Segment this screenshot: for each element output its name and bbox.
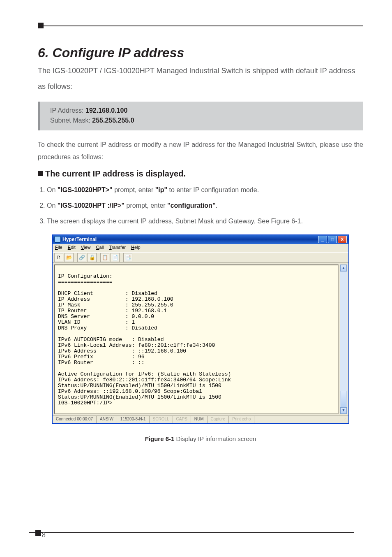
bullet-square-icon: [38, 171, 43, 176]
menu-help[interactable]: Help: [131, 245, 141, 250]
header-rule: [38, 26, 363, 26]
step-1-prompt: "IGS-10020HPT>": [58, 186, 113, 193]
status-printecho: Print echo: [229, 416, 254, 423]
toolbar-send-icon[interactable]: 📋: [100, 253, 109, 262]
toolbar: 🗋 📂 🔗 🔓 📋 📄 📑: [53, 252, 348, 263]
status-scroll: SCROLL: [150, 416, 173, 423]
footer-rule: [29, 532, 354, 533]
window-title: HyperTerminal: [62, 237, 317, 242]
hyperterminal-window: HyperTerminal _ □ X File Edit View Call …: [52, 234, 349, 424]
mask-value: 255.255.255.0: [92, 117, 134, 124]
step-2-text-a: On: [47, 202, 58, 209]
menu-view[interactable]: View: [81, 245, 91, 250]
mask-label: Subnet Mask:: [50, 117, 92, 124]
footer-square-icon: [35, 530, 41, 536]
default-mask-line: Subnet Mask: 255.255.255.0: [50, 116, 353, 125]
default-ip-line: IP Address: 192.168.0.100: [50, 106, 353, 116]
scroll-up-icon[interactable]: ▲: [340, 265, 347, 272]
header-square-icon: [38, 23, 44, 28]
steps-list: On "IGS-10020HPT>" prompt, enter "ip" to…: [38, 183, 363, 229]
toolbar-connect-icon[interactable]: 🔗: [77, 253, 86, 262]
menu-edit[interactable]: Edit: [68, 245, 76, 250]
status-capture: Capture: [208, 416, 229, 423]
maximize-button[interactable]: □: [328, 236, 337, 243]
subheading: The current IP address is displayed.: [38, 169, 363, 179]
step-1-cmd: "ip": [155, 186, 167, 193]
figure-caption-text: Display IP information screen: [174, 435, 256, 442]
status-caps: CAPS: [173, 416, 191, 423]
status-port: 115200-8-N-1: [117, 416, 150, 423]
minimize-button[interactable]: _: [318, 236, 327, 243]
toolbar-properties-icon[interactable]: 📑: [123, 253, 132, 262]
section-title: 6. Configure IP address: [38, 45, 363, 60]
page-content: 6. Configure IP address The IGS-10020PT …: [38, 45, 363, 448]
status-num: NUM: [191, 416, 208, 423]
step-3: The screen displays the current IP addre…: [47, 214, 363, 229]
step-2: On "IGS-10020HPT :/IP>" prompt, enter "c…: [47, 198, 363, 213]
toolbar-open-icon[interactable]: 📂: [65, 253, 74, 262]
page-number: 8: [42, 531, 46, 539]
status-terminal: ANSIW: [97, 416, 117, 423]
procedure-intro: To check the current IP address or modif…: [38, 139, 363, 163]
close-button[interactable]: X: [338, 236, 347, 243]
intro-paragraph: The IGS-10020PT / IGS-10020HPT Managed I…: [38, 63, 363, 94]
step-1: On "IGS-10020HPT>" prompt, enter "ip" to…: [47, 183, 363, 197]
ip-value: 192.168.0.100: [85, 107, 127, 114]
menu-bar: File Edit View Call Transfer Help: [53, 244, 348, 252]
menu-file[interactable]: File: [55, 245, 62, 250]
status-connected: Connected 00:00:07: [53, 416, 97, 423]
step-1-text-a: On: [47, 186, 58, 193]
toolbar-new-icon[interactable]: 🗋: [54, 253, 63, 262]
scroll-thumb[interactable]: [341, 391, 346, 407]
step-1-text-c: prompt, enter: [113, 186, 155, 193]
subheading-text: The current IP address is displayed.: [45, 169, 186, 178]
scroll-track[interactable]: [341, 272, 346, 407]
step-2-text-e: .: [215, 202, 217, 209]
menu-call[interactable]: Call: [96, 245, 104, 250]
window-titlebar[interactable]: HyperTerminal _ □ X: [53, 235, 348, 244]
default-ip-box: IP Address: 192.168.0.100 Subnet Mask: 2…: [38, 102, 363, 130]
toolbar-receive-icon[interactable]: 📄: [111, 253, 120, 262]
scroll-down-icon[interactable]: ▼: [340, 407, 347, 414]
step-1-text-e: to enter IP configuration mode.: [167, 186, 259, 193]
figure-label: Figure 6-1: [145, 435, 175, 442]
toolbar-disconnect-icon[interactable]: 🔓: [88, 253, 97, 262]
step-2-cmd: "configuration": [167, 202, 215, 209]
step-2-prompt: "IGS-10020HPT :/IP>": [58, 202, 125, 209]
status-bar: Connected 00:00:07 ANSIW 115200-8-N-1 SC…: [53, 415, 348, 423]
app-icon: [54, 236, 61, 243]
terminal-body: IP Configuration: ================= DHCP…: [53, 263, 348, 415]
ip-label: IP Address:: [50, 107, 85, 114]
terminal-output[interactable]: IP Configuration: ================= DHCP…: [54, 265, 339, 414]
resize-grip-icon[interactable]: ⋰: [341, 416, 348, 423]
vertical-scrollbar[interactable]: ▲ ▼: [340, 265, 347, 414]
menu-transfer[interactable]: Transfer: [109, 245, 126, 250]
figure-caption: Figure 6-1 Display IP information screen: [38, 435, 363, 442]
step-2-text-c: prompt, enter: [125, 202, 167, 209]
document-page: 6. Configure IP address The IGS-10020PT …: [0, 0, 392, 557]
